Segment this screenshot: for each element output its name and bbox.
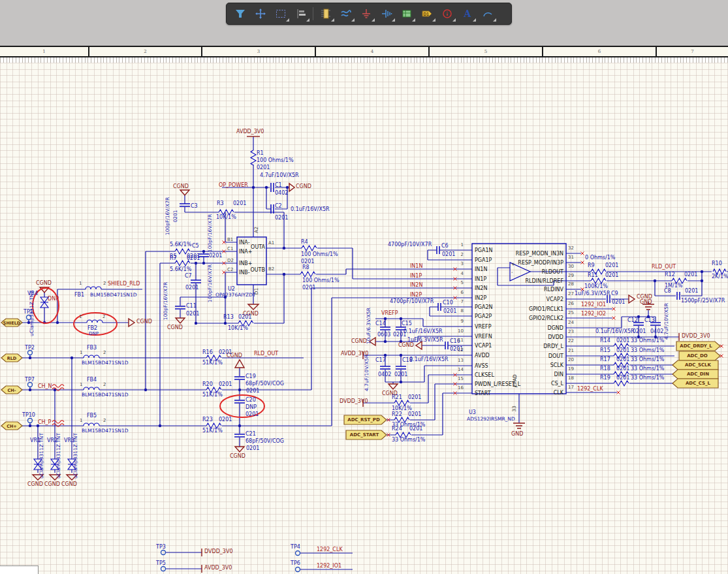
ruler-column: 7 [657,47,728,56]
ruler-column: 6 [543,47,657,56]
place-wire-icon [340,8,352,20]
place-ground-button[interactable] [356,5,375,22]
schematic-canvas[interactable] [0,63,728,574]
place-part-button[interactable] [316,5,335,22]
select-area-button[interactable] [271,5,290,22]
place-wire-button[interactable] [336,5,355,22]
place-arc-button[interactable] [478,5,497,22]
ruler-ticks [0,57,728,63]
move-icon [255,8,266,20]
select-area-icon [275,8,287,20]
place-no-erc-button[interactable] [437,5,456,22]
place-no-erc-icon [441,8,453,20]
floating-toolbar: D1 A [226,3,512,25]
place-text-button[interactable]: A [458,5,477,22]
ruler-column: 1 [0,47,89,56]
sheet-corner-box [0,566,39,574]
align-icon [295,8,307,20]
ruler-column: 3 [202,47,316,56]
place-power-port-icon [381,8,392,20]
place-ground-icon [360,8,372,20]
place-text-icon: A [462,8,473,20]
move-button[interactable] [251,5,270,22]
altium-schematic-window: D1 A 1 2 3 4 5 6 7 [0,0,728,574]
sheet-column-ruler: 1 2 3 4 5 6 7 [0,46,728,57]
place-sheet-symbol-button[interactable] [397,5,416,22]
toolbar-separator [313,7,313,20]
align-button[interactable] [291,5,310,22]
place-power-port-button[interactable] [377,5,396,22]
ruler-column: 2 [89,47,202,56]
place-harness-button[interactable]: D1 [417,5,436,22]
ruler-column: 4 [316,47,430,56]
ruler-column: 5 [430,47,543,56]
text-icon-label: A [463,8,471,19]
filter-button[interactable] [230,5,249,22]
harness-icon-label: D1 [423,12,429,16]
place-arc-icon [482,8,494,20]
place-sheet-symbol-icon [401,8,413,20]
place-part-icon [320,8,332,20]
place-harness-icon: D1 [421,8,433,20]
filter-icon [234,8,246,20]
